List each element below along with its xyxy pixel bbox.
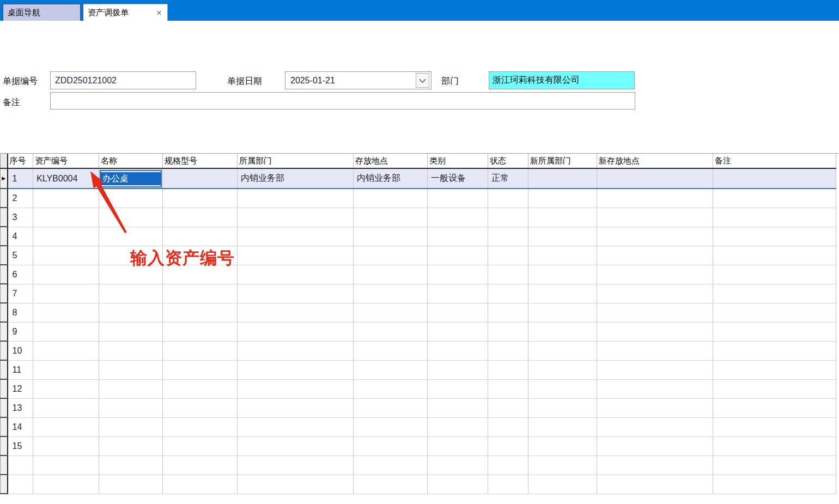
grid-cell[interactable] <box>713 436 836 456</box>
grid-cell[interactable] <box>428 227 488 246</box>
grid-cell[interactable] <box>99 303 163 322</box>
grid-cell[interactable] <box>428 398 488 417</box>
grid-cell[interactable] <box>713 360 836 379</box>
grid-cell[interactable] <box>33 322 99 341</box>
grid-cell[interactable] <box>163 189 238 208</box>
grid-cell[interactable] <box>488 246 528 265</box>
grid-cell[interactable] <box>163 379 238 398</box>
grid-cell[interactable] <box>99 456 163 475</box>
grid-cell[interactable] <box>354 436 428 456</box>
grid-cell[interactable] <box>428 417 488 436</box>
grid-cell[interactable] <box>528 189 597 208</box>
grid-cell[interactable] <box>354 208 428 227</box>
grid-cell[interactable] <box>163 284 238 303</box>
date-dropdown-button[interactable] <box>416 73 429 88</box>
grid-cell[interactable]: KLYB0004 <box>33 168 99 189</box>
grid-cell[interactable] <box>163 360 238 379</box>
grid-cell[interactable] <box>163 168 238 189</box>
grid-cell[interactable] <box>428 189 488 208</box>
grid-cell[interactable] <box>488 208 528 227</box>
grid-cell[interactable] <box>354 322 428 341</box>
column-header[interactable]: 所属部门 <box>238 154 354 168</box>
grid-cell[interactable] <box>597 208 713 227</box>
grid-cell[interactable] <box>238 303 354 322</box>
grid-cell[interactable] <box>428 360 488 379</box>
grid-cell[interactable] <box>354 246 428 265</box>
grid-cell[interactable] <box>99 341 163 360</box>
column-header[interactable]: 类别 <box>428 154 488 168</box>
grid-cell[interactable] <box>528 456 597 475</box>
grid-cell[interactable]: 内销业务部 <box>238 168 354 189</box>
grid-cell[interactable] <box>238 398 354 417</box>
grid-cell[interactable] <box>428 303 488 322</box>
grid-cell[interactable] <box>163 398 238 417</box>
grid-cell[interactable] <box>163 417 238 436</box>
grid-cell[interactable] <box>354 417 428 436</box>
grid-cell[interactable]: 办公桌 <box>99 168 163 189</box>
grid-cell[interactable] <box>713 189 836 208</box>
remarks-input[interactable] <box>50 92 635 110</box>
grid-cell[interactable] <box>354 227 428 246</box>
grid-cell[interactable] <box>428 246 488 265</box>
grid-cell[interactable]: 一般设备 <box>428 168 488 189</box>
grid-cell[interactable] <box>597 189 713 208</box>
grid-cell[interactable] <box>713 456 836 475</box>
grid-cell[interactable] <box>713 475 836 494</box>
grid-cell[interactable] <box>713 227 836 246</box>
grid-cell[interactable] <box>238 379 354 398</box>
grid-cell[interactable] <box>488 379 528 398</box>
grid-cell[interactable] <box>713 303 836 322</box>
grid-cell[interactable] <box>528 475 597 494</box>
column-header[interactable]: 资产编号 <box>33 154 99 168</box>
grid-cell[interactable] <box>528 168 597 189</box>
grid-cell[interactable] <box>99 227 163 246</box>
grid-cell[interactable] <box>528 379 597 398</box>
grid-cell[interactable] <box>163 475 238 494</box>
column-header[interactable]: 序号 <box>8 154 33 168</box>
grid-cell[interactable] <box>33 189 99 208</box>
grid-cell[interactable] <box>488 436 528 456</box>
grid-cell[interactable] <box>99 436 163 456</box>
grid-cell[interactable] <box>713 168 836 189</box>
grid-cell[interactable] <box>238 227 354 246</box>
grid-cell[interactable] <box>528 436 597 456</box>
grid-cell[interactable] <box>488 284 528 303</box>
grid-cell[interactable] <box>597 341 713 360</box>
grid-cell[interactable] <box>528 341 597 360</box>
grid-cell[interactable] <box>99 417 163 436</box>
grid-cell[interactable] <box>488 417 528 436</box>
grid-cell[interactable] <box>354 284 428 303</box>
grid-cell[interactable] <box>99 379 163 398</box>
grid-cell[interactable] <box>163 436 238 456</box>
grid-cell[interactable] <box>488 303 528 322</box>
grid-cell[interactable] <box>33 398 99 417</box>
grid-cell[interactable] <box>238 208 354 227</box>
grid-cell[interactable] <box>33 417 99 436</box>
grid-cell[interactable] <box>354 475 428 494</box>
grid-cell[interactable] <box>99 360 163 379</box>
grid-cell[interactable] <box>713 341 836 360</box>
grid-cell[interactable] <box>163 227 238 246</box>
grid-cell[interactable] <box>428 341 488 360</box>
grid-cell[interactable] <box>488 341 528 360</box>
grid-cell[interactable] <box>33 265 99 284</box>
grid-cell[interactable] <box>713 398 836 417</box>
grid-cell[interactable] <box>488 227 528 246</box>
grid-cell[interactable] <box>528 360 597 379</box>
grid-cell[interactable] <box>713 265 836 284</box>
column-header[interactable]: 存放地点 <box>354 154 428 168</box>
grid-cell[interactable] <box>488 398 528 417</box>
grid-cell[interactable] <box>528 227 597 246</box>
grid-cell[interactable] <box>428 379 488 398</box>
grid-cell[interactable] <box>238 456 354 475</box>
grid-cell[interactable] <box>597 246 713 265</box>
grid-cell[interactable] <box>528 208 597 227</box>
grid-cell[interactable] <box>713 417 836 436</box>
grid-cell[interactable] <box>163 208 238 227</box>
grid-cell[interactable] <box>238 417 354 436</box>
grid-cell[interactable] <box>713 246 836 265</box>
grid-cell[interactable] <box>163 246 238 265</box>
grid-cell[interactable] <box>597 475 713 494</box>
grid-cell[interactable] <box>713 322 836 341</box>
grid-cell[interactable] <box>528 322 597 341</box>
